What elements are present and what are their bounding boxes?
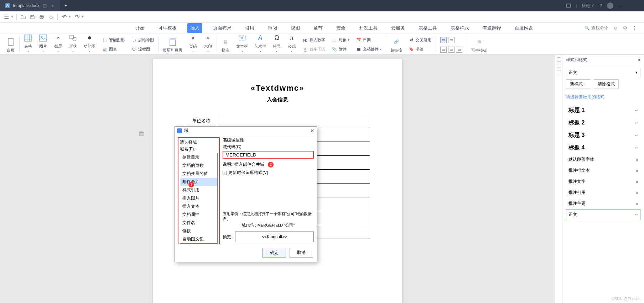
blank-page-button[interactable]: 白页 — [5, 37, 16, 54]
tab-dot-icon: ● — [50, 3, 55, 8]
tab-pagelayout[interactable]: 页面布局 — [210, 23, 234, 33]
print-icon[interactable] — [39, 14, 45, 20]
table-button[interactable]: 表格▾ — [22, 33, 34, 54]
symbol-button[interactable]: Ω符号▾ — [271, 33, 282, 54]
user-avatar[interactable] — [607, 2, 613, 9]
svg-rect-10 — [170, 38, 176, 40]
tab-tabletools[interactable]: 表格工具 — [416, 23, 440, 33]
tab-view[interactable]: 视图 — [288, 23, 303, 33]
menu-icon[interactable]: ☰ — [4, 14, 9, 20]
quick-access-toolbar: ☰▾ ☼ ↶▾ ↷▾ — [0, 11, 644, 23]
image-button[interactable]: 图片▾ — [37, 33, 49, 54]
template-store-button[interactable]: ⊞可牛模板 — [470, 37, 488, 54]
tab-baidu[interactable]: 百度网盘 — [512, 23, 536, 33]
preview-icon[interactable]: ☼ — [48, 14, 54, 20]
shapes-button[interactable]: 形状▾ — [67, 33, 79, 54]
svg-point-8 — [73, 37, 76, 41]
function-button[interactable]: ⬢功能图▾ — [82, 33, 97, 54]
watermark-button[interactable]: ◈水印▾ — [202, 33, 214, 54]
smartart-button[interactable]: ⬚智能图形 — [100, 36, 126, 44]
header-footer-button[interactable]: 页眉和页脚 — [161, 37, 184, 54]
more-icon[interactable]: ⋮ — [632, 25, 637, 31]
document-tab[interactable]: W template.docx ▢ ● — [0, 0, 60, 11]
layout-icon[interactable] — [566, 4, 571, 8]
hyperlink-button[interactable]: 🔗超链接 — [389, 37, 404, 54]
redo-icon[interactable]: ↷ — [74, 14, 80, 20]
tab-start[interactable]: 开始 — [133, 23, 147, 33]
new-tab-button[interactable]: + — [60, 3, 72, 8]
word-icon: W — [5, 3, 10, 8]
minimize-icon[interactable]: — — [618, 3, 623, 8]
chart-button[interactable]: 📊图表 — [100, 46, 126, 53]
page-number-button[interactable]: #页码▾ — [187, 33, 199, 54]
date-button[interactable]: 📅日期 — [354, 36, 383, 44]
textbox-button[interactable]: A文本框▾ — [235, 33, 249, 54]
svg-rect-4 — [25, 35, 32, 41]
window-titlebar: W template.docx ▢ ● + | 厌倦了 ? — — [0, 0, 644, 11]
save-icon[interactable] — [30, 14, 35, 20]
attachment-button[interactable]: 📎附件 — [330, 46, 351, 53]
chat-icon[interactable]: ☺ — [613, 25, 618, 31]
tab-reference[interactable]: 引用 — [242, 23, 257, 33]
ribbon: 白页 表格▾ 图片▾ ✂截屏▾ 形状▾ ⬢功能图▾ ⬚智能图形 📊图表 ⊞思维导… — [0, 33, 644, 55]
crossref-button[interactable]: ⇄交叉引用 — [407, 36, 433, 44]
tab-chapter[interactable]: 章节 — [311, 23, 326, 33]
open-icon[interactable] — [20, 14, 26, 20]
tab-insert[interactable]: 插入 — [187, 23, 202, 33]
tab-cloud[interactable]: 云服务 — [388, 23, 408, 33]
screenshot-button[interactable]: ✂截屏▾ — [52, 33, 64, 54]
bookmark-button[interactable]: 🔖书签 — [407, 46, 433, 53]
tab-devtools[interactable]: 开发工具 — [356, 23, 380, 33]
view-buttons-2[interactable]: ▭ ▭ ▭ — [439, 46, 464, 54]
dropcap-button[interactable]: A̲首字下沉 — [301, 46, 327, 53]
view-buttons[interactable]: ▭ ▭ — [439, 36, 464, 44]
tab-review[interactable]: 审阅 — [265, 23, 280, 33]
undo-icon[interactable]: ↶ — [61, 14, 67, 20]
help-icon[interactable]: ? — [599, 3, 602, 8]
titlebar-text: 厌倦了 — [582, 3, 594, 9]
equation-button[interactable]: π公式▾ — [286, 33, 297, 54]
number-button[interactable]: №插入数字 — [301, 36, 327, 44]
svg-text:A: A — [241, 36, 243, 40]
settings-icon[interactable]: ⚙ — [623, 25, 627, 31]
command-search[interactable]: 🔍 查找命令 — [585, 25, 608, 31]
svg-rect-5 — [40, 35, 47, 41]
tab-template[interactable]: 可牛模板 — [155, 23, 180, 33]
tab-window-icon[interactable]: ▢ — [42, 3, 47, 8]
object-button[interactable]: ⬚对象▾ — [330, 36, 351, 44]
flowchart-button[interactable]: ⬡流程图 — [130, 46, 155, 53]
tab-youdao[interactable]: 有道翻译 — [480, 23, 504, 33]
tab-security[interactable]: 安全 — [333, 23, 348, 33]
tab-tablestyle[interactable]: 表格样式 — [448, 23, 472, 33]
svg-rect-3 — [8, 38, 13, 46]
ribbon-tabs: 开始 可牛模板 插入 页面布局 引用 审阅 视图 章节 安全 开发工具 云服务 … — [0, 23, 644, 33]
wordart-button[interactable]: A艺术字▾ — [253, 33, 268, 54]
mindmap-button[interactable]: ⊞思维导图 — [130, 36, 155, 44]
docparts-button[interactable]: ▦文档部件▾ — [354, 46, 383, 53]
svg-point-6 — [41, 36, 42, 38]
tab-filename: template.docx — [13, 3, 40, 8]
comment-button[interactable]: ▤批注 — [220, 37, 231, 54]
